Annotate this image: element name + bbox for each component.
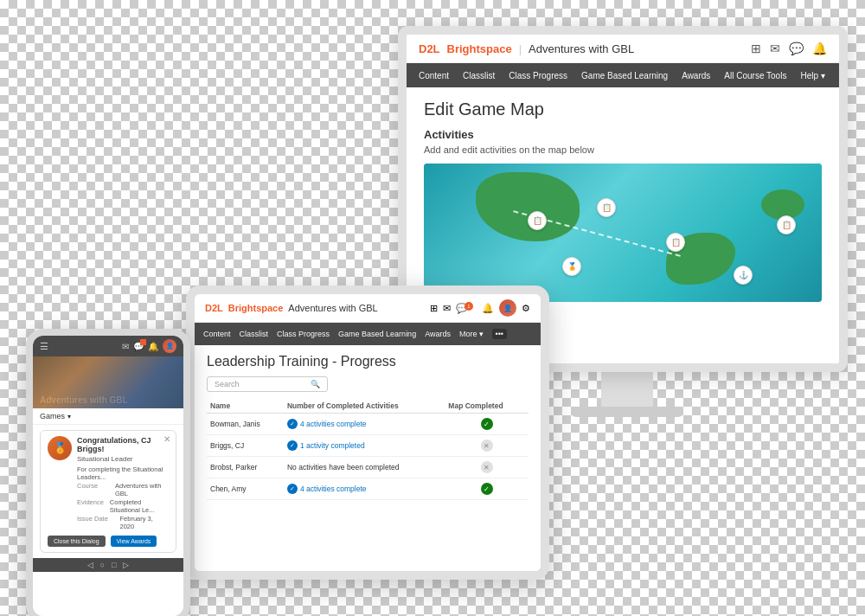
map-icon-4[interactable]: 📋 [777, 215, 796, 234]
activities-link[interactable]: ✓ 4 activities complete [287, 484, 441, 494]
tablet-nav-more[interactable]: More ▾ [459, 330, 484, 338]
phone-bell-icon[interactable]: 🔔 [148, 342, 158, 351]
activities-link[interactable]: ✓ 1 activity completed [287, 440, 441, 451]
tablet-course-title: Adventures with GBL [288, 303, 425, 313]
tablet-table-header-row: Name Number of Completed Activities Map … [207, 399, 529, 414]
tablet-nav-overflow[interactable]: ••• [492, 329, 507, 339]
phone-view-awards-btn[interactable]: View Awards [111, 536, 157, 547]
desktop-nav-all-course-tools[interactable]: All Course Tools [724, 71, 786, 80]
desktop-course-title: Adventures with GBL [529, 42, 744, 55]
phone-frame: ☰ ✉ 💬 🔔 👤 Adventures with GBL Games ▾ [26, 329, 190, 616]
desktop-section-desc: Add and edit activities on the map below [424, 144, 822, 155]
tablet-topbar-icons: ⊞ ✉ 💬1 🔔 👤 ⚙ [430, 299, 530, 317]
map-check: ✓ [481, 483, 493, 495]
tablet: D2L Brightspace Adventures with GBL ⊞ ✉ … [186, 286, 558, 597]
phone-recent-icon[interactable]: □ [112, 561, 116, 569]
tablet-brightspace: Brightspace [228, 303, 284, 313]
d2l-logo-d: D2L [419, 42, 440, 55]
row-name: Briggs, CJ [207, 435, 284, 457]
tablet-page-title: Leadership Training - Progress [207, 354, 529, 369]
phone-notif-title: Congratulations, CJ Briggs! [77, 436, 169, 453]
row-activities: No activities have been completed [284, 457, 445, 478]
tablet-nav-content[interactable]: Content [203, 330, 231, 338]
map-check: ✓ [481, 418, 493, 430]
phone-notif-close-icon[interactable]: ✕ [163, 434, 170, 444]
tablet-screen: D2L Brightspace Adventures with GBL ⊞ ✉ … [195, 294, 541, 571]
tablet-col-name: Name [207, 399, 284, 414]
tablet-avatar[interactable]: 👤 [499, 299, 516, 317]
activities-check: ✓ [287, 419, 298, 429]
table-row: Bowman, Janis ✓ 4 activities complete ✓ [207, 414, 529, 435]
desktop-topbar-icons: ⊞ ✉ 💬 🔔 [751, 42, 827, 55]
tablet-search-icon[interactable]: 🔍 [311, 380, 320, 388]
row-name: Chen, Amy [207, 478, 284, 500]
activities-link[interactable]: ✓ 4 activities complete [287, 419, 441, 429]
phone-notif-buttons: Close this Dialog View Awards [48, 536, 169, 547]
tablet-col-map: Map Completed [445, 399, 529, 414]
phone-notif-issue-label: Issue Date [77, 515, 119, 530]
tablet-mail-icon[interactable]: ✉ [443, 303, 451, 314]
phone-notif-course-label: Course [77, 482, 115, 497]
tablet-content: Leadership Training - Progress Search 🔍 … [195, 345, 541, 571]
activities-check: ✓ [287, 484, 298, 494]
phone-avatar[interactable]: 👤 [163, 339, 176, 353]
grid-icon[interactable]: ⊞ [751, 42, 761, 55]
bell-icon[interactable]: 🔔 [812, 42, 827, 55]
map-x: ✕ [481, 461, 493, 473]
tablet-gear-icon[interactable]: ⚙ [522, 303, 530, 314]
phone-notif-desc-text: For completing the Situational Leaders..… [77, 465, 169, 481]
phone-notif-issue-value: February 3, 2020 [119, 515, 169, 530]
map-icon-3[interactable]: 📋 [666, 233, 685, 252]
row-name: Bowman, Janis [207, 414, 284, 435]
tablet-bell-icon[interactable]: 🔔 [482, 303, 494, 314]
row-map: ✕ [445, 457, 529, 478]
desktop-nav-classlist[interactable]: Classlist [463, 71, 495, 80]
chat-icon[interactable]: 💬 [789, 42, 804, 55]
phone-home-icon[interactable]: ○ [100, 561, 105, 569]
map-x: ✕ [481, 440, 493, 452]
tablet-table: Name Number of Completed Activities Map … [207, 399, 529, 500]
phone-bottom-nav: ◁ ○ □ ▷ [33, 558, 183, 572]
phone-screen: ☰ ✉ 💬 🔔 👤 Adventures with GBL Games ▾ [33, 336, 183, 616]
tablet-nav-gbl[interactable]: Game Based Learning [338, 330, 416, 338]
phone-forward-icon[interactable]: ▷ [123, 561, 129, 569]
desktop-nav-class-progress[interactable]: Class Progress [509, 71, 567, 80]
phone-notif-issue-row: Issue Date February 3, 2020 [77, 515, 169, 530]
activities-check: ✓ [287, 440, 298, 451]
row-map: ✓ [445, 414, 529, 435]
tablet-nav-class-progress[interactable]: Class Progress [277, 330, 330, 338]
phone-notif-course-row: Course Adventures with GBL [77, 482, 169, 497]
tablet-search-box[interactable]: Search 🔍 [207, 376, 328, 392]
phone-chat-icon[interactable]: 💬 [133, 342, 144, 351]
phone-notification-card: ✕ 🏅 Congratulations, CJ Briggs! Situatio… [40, 430, 176, 553]
phone-mail-icon[interactable]: ✉ [122, 342, 129, 351]
phone-back-icon[interactable]: ◁ [87, 561, 93, 569]
phone-menu-icon[interactable]: ☰ [40, 341, 48, 352]
map-icon-1[interactable]: 📋 [528, 211, 547, 230]
row-map: ✓ [445, 478, 529, 500]
games-chevron: ▾ [67, 413, 71, 420]
phone-notif-text: Congratulations, CJ Briggs! Situational … [77, 436, 169, 531]
phone-games-bar: Games ▾ [33, 408, 183, 425]
phone-notif-evidence-row: Evidence Completed Situational Le... [77, 498, 169, 514]
phone-close-dialog-btn[interactable]: Close this Dialog [48, 536, 106, 547]
desktop-nav-gbl[interactable]: Game Based Learning [581, 71, 668, 80]
tablet-chat-icon[interactable]: 💬1 [456, 303, 477, 314]
mail-icon[interactable]: ✉ [770, 42, 780, 55]
desktop-section-title: Activities [424, 128, 822, 141]
desktop-nav-awards[interactable]: Awards [682, 71, 710, 80]
map-icon-5[interactable]: 🏅 [562, 257, 581, 276]
map-icon-6[interactable]: ⚓ [734, 266, 753, 285]
phone-chat-badge [140, 339, 146, 345]
tablet-more-label: More [459, 330, 477, 338]
tablet-nav-awards[interactable]: Awards [425, 330, 451, 338]
tablet-nav-classlist[interactable]: Classlist [240, 330, 269, 338]
phone-topbar: ☰ ✉ 💬 🔔 👤 [33, 336, 183, 356]
tablet-grid-icon[interactable]: ⊞ [430, 303, 438, 314]
phone-hero: Adventures with GBL [33, 356, 183, 408]
desktop-nav-help[interactable]: Help ▾ [800, 71, 824, 80]
tablet-search-placeholder: Search [215, 380, 240, 388]
map-icon-2[interactable]: 📋 [597, 198, 616, 217]
desktop-nav-content[interactable]: Content [419, 71, 449, 80]
tablet-frame: D2L Brightspace Adventures with GBL ⊞ ✉ … [186, 286, 549, 580]
